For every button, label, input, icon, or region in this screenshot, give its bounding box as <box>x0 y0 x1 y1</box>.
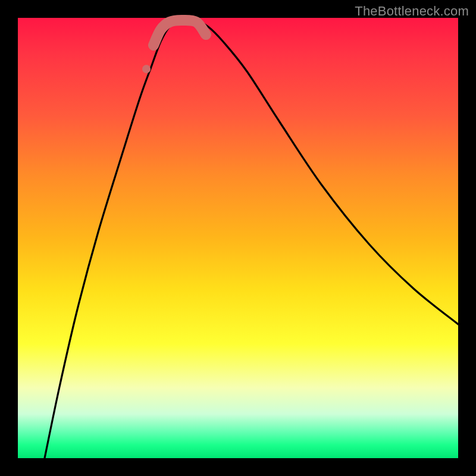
chart-svg <box>18 18 458 458</box>
chart-frame: TheBottleneck.com <box>0 0 476 476</box>
bottleneck-curve <box>45 20 458 458</box>
watermark-text: TheBottleneck.com <box>355 4 469 19</box>
bottom-marker-dot <box>142 65 151 73</box>
